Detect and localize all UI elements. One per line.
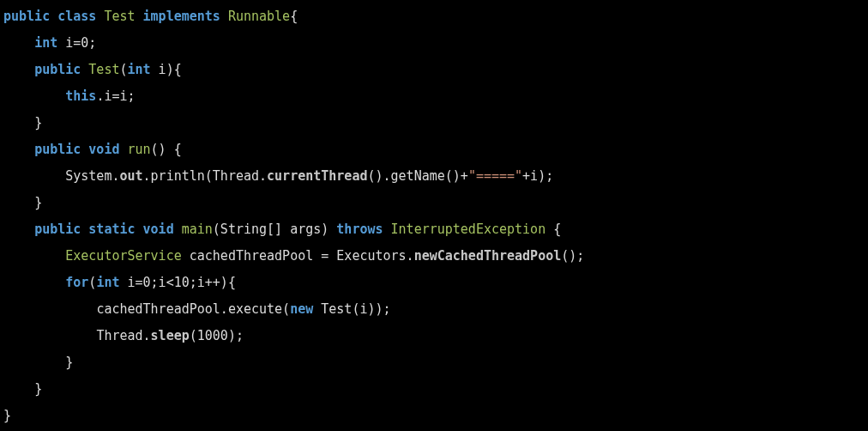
getname-call: ().getName()+	[367, 168, 467, 184]
keyword-public: public	[34, 142, 81, 157]
keyword-static: static	[88, 222, 135, 237]
method-name: main	[182, 222, 213, 237]
indent	[3, 275, 65, 290]
assignment: .i=i;	[96, 88, 135, 104]
keyword-public: public	[34, 222, 81, 237]
indent	[3, 222, 34, 237]
indent	[3, 381, 34, 397]
brace: }	[34, 115, 42, 131]
sleep-arg: (1000);	[190, 328, 244, 343]
execute-call: cachedThreadPool.execute(	[96, 301, 290, 317]
brace: }	[34, 381, 42, 397]
indent	[3, 301, 96, 317]
exception-type: InterruptedException	[391, 222, 546, 237]
loop-cond: i=0;i<10;i++){	[119, 275, 235, 290]
var-assign: cachedThreadPool = Executors.	[182, 248, 414, 264]
paren: (	[119, 62, 127, 77]
constructor-name: Test	[88, 62, 119, 77]
concat-end: +i);	[522, 168, 553, 184]
indent	[3, 168, 65, 184]
code-block: public class Test implements Runnable{ i…	[0, 0, 868, 431]
indent	[3, 88, 65, 104]
class-name: Test	[104, 9, 135, 24]
interface-name: Runnable	[228, 9, 290, 24]
brace: {	[290, 9, 298, 24]
keyword-void: void	[88, 142, 119, 157]
sleep-method: sleep	[151, 328, 190, 343]
method-name: run	[128, 142, 151, 157]
system: System.	[65, 168, 119, 184]
indent	[3, 35, 34, 51]
keyword-for: for	[65, 275, 88, 290]
keyword-public: public	[34, 62, 81, 77]
keyword-void: void	[143, 222, 174, 237]
string-literal: "====="	[468, 168, 522, 184]
args: (String[] args)	[213, 222, 337, 237]
brace: {	[546, 222, 561, 237]
keyword-int: int	[96, 275, 119, 290]
paren-brace: i){	[151, 62, 182, 77]
keyword-this: this	[65, 88, 96, 104]
paren-brace: () {	[151, 142, 182, 157]
keyword-int: int	[128, 62, 151, 77]
keyword-throws: throws	[336, 222, 383, 237]
out-field: out	[119, 168, 142, 184]
brace: }	[65, 355, 73, 370]
var-decl: i=0;	[57, 35, 96, 51]
println-call: .println(Thread.	[143, 168, 268, 184]
indent	[3, 195, 34, 210]
keyword-class: class	[57, 9, 96, 24]
current-thread: currentThread	[267, 168, 367, 184]
indent	[3, 328, 96, 343]
factory-method: newCachedThreadPool	[414, 248, 562, 264]
indent	[3, 62, 34, 77]
keyword-new: new	[290, 301, 313, 317]
keyword-int: int	[34, 35, 57, 51]
indent	[3, 115, 34, 131]
indent	[3, 355, 65, 370]
indent	[3, 248, 65, 264]
new-test: Test(i));	[313, 301, 390, 317]
keyword-implements: implements	[143, 9, 220, 24]
thread-class: Thread.	[96, 328, 150, 343]
keyword-public: public	[3, 9, 50, 24]
type-name: ExecutorService	[65, 248, 181, 264]
brace: }	[34, 195, 42, 210]
indent	[3, 142, 34, 157]
brace: }	[3, 408, 11, 423]
call-end: ();	[561, 248, 584, 264]
